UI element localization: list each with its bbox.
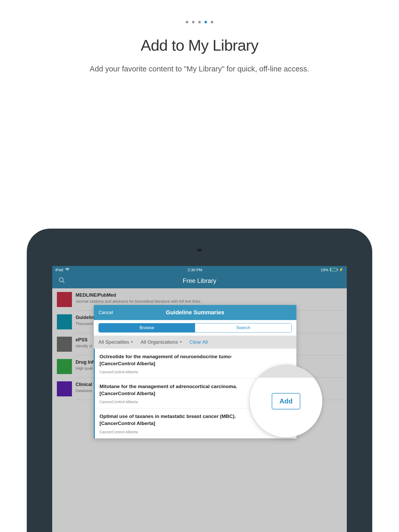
segmented-control: Browse Search	[98, 323, 292, 332]
library-item-subtitle: Database	[76, 388, 96, 393]
nav-bar: Free Library	[52, 273, 347, 288]
chevron-down-icon	[131, 341, 133, 343]
filter-organizations-label: All Organizations	[141, 339, 178, 345]
filter-bar: All Specialties All Organizations Clear …	[94, 336, 296, 349]
status-time: 2:30 PM	[188, 268, 202, 272]
magnifier-highlight: Add	[250, 365, 322, 437]
library-item-title: Drug Info	[76, 360, 96, 365]
search-icon[interactable]	[58, 277, 65, 285]
library-item-subtitle: Identify cl	[76, 344, 92, 348]
battery-percent: 13%	[321, 268, 328, 272]
charging-icon: ⚡	[339, 267, 344, 272]
pagination-dots	[0, 0, 399, 23]
library-item-color	[57, 292, 72, 307]
page-dot[interactable]	[192, 21, 195, 23]
add-button-magnified[interactable]: Add	[272, 393, 301, 409]
battery-icon	[330, 268, 337, 271]
result-source: CancerControl Alberta	[99, 430, 292, 434]
chevron-down-icon	[179, 341, 182, 343]
library-item-subtitle: Journal citations and abstracts for biom…	[76, 299, 201, 303]
page-title: Add to My Library	[0, 36, 399, 54]
page-subtitle: Add your favorite content to "My Library…	[0, 65, 399, 73]
library-item-subtitle: High quali	[76, 366, 96, 370]
modal-title: Guideline Summaries	[94, 309, 296, 316]
page-dot-active[interactable]	[204, 21, 207, 23]
library-item-title: MEDLINE/PubMed	[76, 292, 201, 298]
clear-all-button[interactable]: Clear All	[189, 339, 208, 345]
ipad-screen: iPad 2:30 PM 13% ⚡	[52, 266, 347, 532]
library-item-color	[57, 314, 72, 329]
filter-specialties-label: All Specialties	[98, 339, 129, 345]
modal-header: Cancel Guideline Summaries	[94, 305, 296, 320]
tab-browse[interactable]: Browse	[99, 323, 195, 332]
cancel-button[interactable]: Cancel	[98, 310, 113, 315]
page-dot[interactable]	[186, 21, 188, 23]
ipad-camera	[197, 249, 202, 251]
page-dot[interactable]	[198, 21, 201, 23]
filter-organizations[interactable]: All Organizations	[141, 339, 182, 345]
nav-title: Free Library	[52, 277, 347, 284]
filter-specialties[interactable]: All Specialties	[98, 339, 133, 345]
library-item-color	[57, 337, 72, 352]
library-item-color	[57, 381, 72, 396]
device-label: iPad	[55, 268, 63, 272]
ipad-frame: iPad 2:30 PM 13% ⚡	[27, 229, 372, 532]
library-item-title: ePSS	[76, 337, 92, 343]
library-item-title: Clinical T	[76, 382, 96, 387]
result-title: Octreotide for the management of neuroen…	[99, 353, 292, 367]
status-bar: iPad 2:30 PM 13% ⚡	[52, 266, 347, 273]
svg-point-0	[59, 278, 63, 282]
page-dot[interactable]	[211, 21, 213, 23]
library-item-color	[57, 359, 72, 374]
tab-search[interactable]: Search	[195, 323, 291, 332]
wifi-icon	[65, 268, 69, 271]
svg-line-1	[63, 281, 64, 283]
